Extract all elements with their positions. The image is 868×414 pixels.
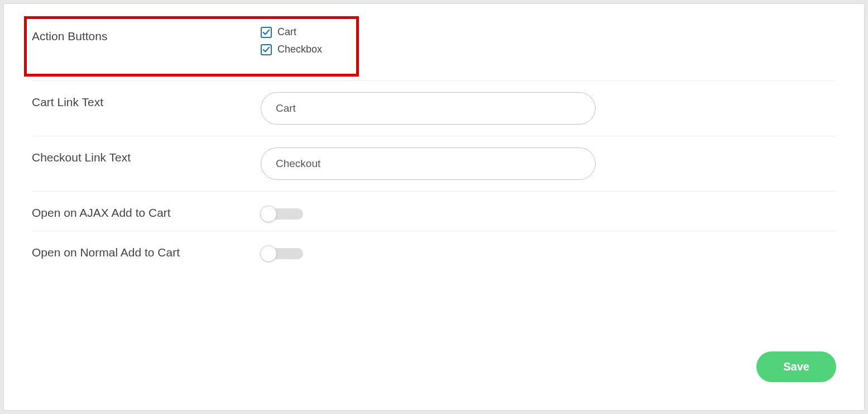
- label-open-normal: Open on Normal Add to Cart: [32, 242, 261, 259]
- control-open-normal: [261, 242, 836, 259]
- row-action-buttons: Action Buttons Cart Checkbox: [32, 21, 836, 81]
- row-checkout-link-text: Checkout Link Text: [32, 136, 836, 192]
- checkbox-label-cart: Cart: [277, 26, 296, 38]
- label-action-buttons: Action Buttons: [32, 26, 261, 43]
- toggle-open-ajax[interactable]: [261, 208, 303, 220]
- row-open-ajax: Open on AJAX Add to Cart: [32, 192, 836, 231]
- label-cart-link-text: Cart Link Text: [32, 92, 261, 109]
- checkbox-checkbox[interactable]: [261, 44, 272, 55]
- label-checkout-link-text: Checkout Link Text: [32, 147, 261, 164]
- input-checkout-link-text[interactable]: [261, 147, 596, 180]
- toggle-knob: [260, 206, 277, 222]
- checkbox-label-checkbox: Checkbox: [277, 44, 322, 55]
- control-open-ajax: [261, 203, 836, 220]
- checkbox-cart[interactable]: [261, 27, 272, 38]
- checkbox-row-cart: Cart: [261, 26, 836, 38]
- check-icon: [262, 46, 270, 54]
- save-button[interactable]: Save: [756, 351, 836, 382]
- toggle-knob: [260, 245, 277, 262]
- control-action-buttons: Cart Checkbox: [261, 26, 836, 61]
- settings-panel: Action Buttons Cart Checkbox Cart Link T…: [3, 3, 865, 411]
- control-checkout-link-text: [261, 147, 836, 180]
- check-icon: [262, 28, 270, 36]
- row-cart-link-text: Cart Link Text: [32, 81, 836, 136]
- control-cart-link-text: [261, 92, 836, 125]
- row-open-normal: Open on Normal Add to Cart: [32, 231, 836, 270]
- label-open-ajax: Open on AJAX Add to Cart: [32, 203, 261, 220]
- input-cart-link-text[interactable]: [261, 92, 596, 125]
- toggle-open-normal[interactable]: [261, 248, 303, 259]
- checkbox-row-checkbox: Checkbox: [261, 44, 836, 55]
